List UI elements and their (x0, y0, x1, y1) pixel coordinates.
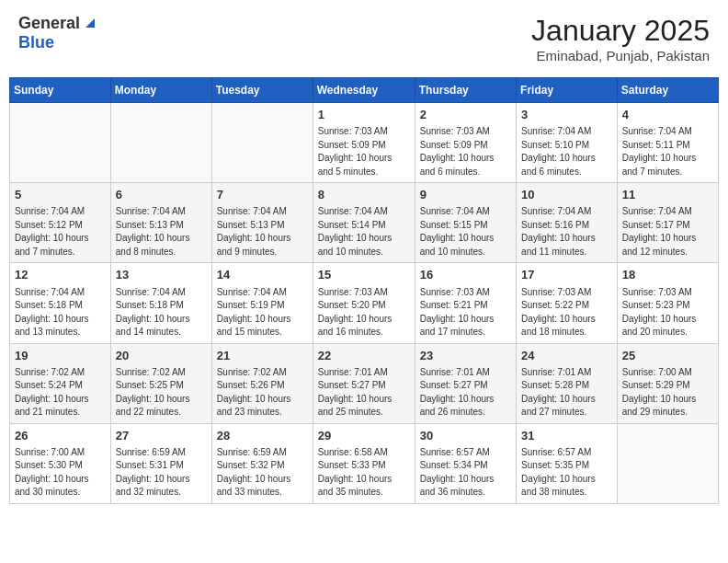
calendar-cell: 3Sunrise: 7:04 AMSunset: 5:10 PMDaylight… (517, 103, 618, 183)
day-info-line: and 8 minutes. (116, 246, 207, 259)
day-info-line: Sunrise: 7:04 AM (15, 205, 106, 219)
day-info-line: Daylight: 10 hours (116, 313, 207, 327)
day-info-line: Sunset: 5:17 PM (622, 219, 713, 233)
day-number: 5 (15, 187, 106, 203)
day-info-line: and 23 minutes. (217, 406, 308, 419)
day-number: 11 (622, 187, 713, 203)
calendar-cell: 28Sunrise: 6:59 AMSunset: 5:32 PMDayligh… (211, 423, 313, 503)
day-info-line: Sunset: 5:10 PM (521, 139, 612, 153)
day-content: Sunrise: 6:59 AMSunset: 5:32 PMDaylight:… (217, 446, 308, 500)
calendar-header-row: SundayMondayTuesdayWednesdayThursdayFrid… (10, 78, 719, 103)
calendar-cell: 17Sunrise: 7:03 AMSunset: 5:22 PMDayligh… (517, 263, 618, 343)
day-info-line: Sunrise: 6:58 AM (318, 446, 410, 460)
day-info-line: Sunset: 5:22 PM (521, 299, 612, 313)
day-info-line: Daylight: 10 hours (116, 232, 207, 246)
day-info-line: and 18 minutes. (521, 326, 612, 339)
day-info-line: Sunset: 5:11 PM (622, 139, 713, 153)
day-info-line: Sunrise: 7:03 AM (318, 286, 410, 300)
day-info-line: and 14 minutes. (116, 326, 207, 339)
calendar-subtitle: Eminabad, Punjab, Pakistan (531, 48, 710, 63)
day-info-line: and 5 minutes. (318, 166, 410, 179)
day-content: Sunrise: 7:04 AMSunset: 5:12 PMDaylight:… (15, 205, 106, 259)
day-info-line: Sunset: 5:19 PM (217, 299, 308, 313)
day-content: Sunrise: 6:58 AMSunset: 5:33 PMDaylight:… (318, 446, 410, 500)
day-info-line: Daylight: 10 hours (217, 313, 308, 327)
day-info-line: Sunrise: 7:04 AM (420, 205, 511, 219)
day-content: Sunrise: 7:02 AMSunset: 5:24 PMDaylight:… (15, 366, 106, 419)
day-number: 3 (521, 107, 612, 123)
calendar-cell: 1Sunrise: 7:03 AMSunset: 5:09 PMDaylight… (313, 103, 415, 183)
day-number: 13 (116, 267, 207, 283)
day-info-line: Sunset: 5:15 PM (420, 219, 511, 233)
calendar-cell: 22Sunrise: 7:01 AMSunset: 5:27 PMDayligh… (313, 343, 415, 423)
calendar-cell: 23Sunrise: 7:01 AMSunset: 5:27 PMDayligh… (415, 343, 516, 423)
calendar-cell: 11Sunrise: 7:04 AMSunset: 5:17 PMDayligh… (617, 183, 718, 263)
day-info-line: Sunrise: 7:04 AM (622, 205, 713, 219)
day-info-line: Sunset: 5:27 PM (420, 379, 511, 393)
day-content: Sunrise: 7:04 AMSunset: 5:16 PMDaylight:… (521, 205, 612, 259)
day-info-line: Sunset: 5:30 PM (15, 459, 106, 473)
calendar-cell: 19Sunrise: 7:02 AMSunset: 5:24 PMDayligh… (10, 343, 111, 423)
day-info-line: Daylight: 10 hours (318, 393, 410, 407)
day-info-line: Daylight: 10 hours (318, 313, 410, 327)
calendar-cell (110, 103, 211, 183)
day-content: Sunrise: 7:04 AMSunset: 5:17 PMDaylight:… (622, 205, 713, 259)
day-info-line: Sunrise: 7:03 AM (420, 125, 511, 139)
day-content: Sunrise: 7:03 AMSunset: 5:21 PMDaylight:… (420, 286, 511, 339)
day-info-line: Sunset: 5:18 PM (116, 299, 207, 313)
day-info-line: and 35 minutes. (318, 486, 410, 500)
day-info-line: Sunrise: 7:03 AM (318, 125, 410, 139)
calendar-cell: 20Sunrise: 7:02 AMSunset: 5:25 PMDayligh… (110, 343, 211, 423)
day-info-line: Sunrise: 7:04 AM (116, 205, 207, 219)
logo: General Blue (18, 14, 97, 52)
calendar-cell: 31Sunrise: 6:57 AMSunset: 5:35 PMDayligh… (517, 423, 618, 503)
day-content: Sunrise: 7:04 AMSunset: 5:11 PMDaylight:… (622, 125, 713, 178)
day-info-line: Sunset: 5:09 PM (420, 139, 511, 153)
day-content: Sunrise: 7:04 AMSunset: 5:10 PMDaylight:… (521, 125, 612, 178)
day-content: Sunrise: 6:59 AMSunset: 5:31 PMDaylight:… (116, 446, 207, 500)
day-info-line: Sunrise: 6:57 AM (420, 446, 511, 460)
page-header: General Blue January 2025 Eminabad, Punj… (9, 9, 719, 68)
day-number: 20 (116, 348, 207, 364)
day-number: 27 (116, 428, 207, 444)
day-info-line: Daylight: 10 hours (420, 313, 511, 327)
day-number: 28 (217, 428, 308, 444)
day-info-line: and 7 minutes. (15, 246, 106, 259)
day-info-line: Daylight: 10 hours (15, 393, 106, 407)
day-info-line: Sunset: 5:09 PM (318, 139, 410, 153)
calendar-cell: 16Sunrise: 7:03 AMSunset: 5:21 PMDayligh… (415, 263, 516, 343)
day-info-line: Daylight: 10 hours (15, 232, 106, 246)
day-info-line: Sunrise: 7:04 AM (15, 286, 106, 300)
day-info-line: Sunset: 5:12 PM (15, 219, 106, 233)
calendar-cell: 15Sunrise: 7:03 AMSunset: 5:20 PMDayligh… (313, 263, 415, 343)
day-info-line: Sunset: 5:26 PM (217, 379, 308, 393)
day-info-line: Sunset: 5:27 PM (318, 379, 410, 393)
calendar-week-1: 1Sunrise: 7:03 AMSunset: 5:09 PMDaylight… (10, 103, 719, 183)
calendar-cell: 26Sunrise: 7:00 AMSunset: 5:30 PMDayligh… (10, 423, 111, 503)
day-number: 18 (622, 267, 713, 283)
calendar-cell: 12Sunrise: 7:04 AMSunset: 5:18 PMDayligh… (10, 263, 111, 343)
day-info-line: Sunrise: 7:00 AM (15, 446, 106, 460)
calendar-cell: 9Sunrise: 7:04 AMSunset: 5:15 PMDaylight… (415, 183, 516, 263)
day-content: Sunrise: 6:57 AMSunset: 5:34 PMDaylight:… (420, 446, 511, 500)
day-number: 31 (521, 428, 612, 444)
day-info-line: and 13 minutes. (15, 326, 106, 339)
day-info-line: Daylight: 10 hours (622, 313, 713, 327)
calendar-cell: 10Sunrise: 7:04 AMSunset: 5:16 PMDayligh… (517, 183, 618, 263)
day-content: Sunrise: 7:04 AMSunset: 5:18 PMDaylight:… (116, 286, 207, 339)
day-info-line: and 15 minutes. (217, 326, 308, 339)
day-number: 8 (318, 187, 410, 203)
day-content: Sunrise: 7:02 AMSunset: 5:26 PMDaylight:… (217, 366, 308, 419)
day-info-line: Daylight: 10 hours (622, 152, 713, 166)
header-monday: Monday (110, 78, 211, 103)
day-number: 29 (318, 428, 410, 444)
calendar-week-4: 19Sunrise: 7:02 AMSunset: 5:24 PMDayligh… (10, 343, 719, 423)
day-info-line: Daylight: 10 hours (116, 473, 207, 487)
calendar-table: SundayMondayTuesdayWednesdayThursdayFrid… (9, 77, 719, 504)
day-info-line: Sunrise: 6:57 AM (521, 446, 612, 460)
day-info-line: and 20 minutes. (622, 326, 713, 339)
day-number: 9 (420, 187, 511, 203)
day-info-line: Sunrise: 7:02 AM (116, 366, 207, 380)
calendar-cell: 5Sunrise: 7:04 AMSunset: 5:12 PMDaylight… (10, 183, 111, 263)
day-content: Sunrise: 7:04 AMSunset: 5:13 PMDaylight:… (116, 205, 207, 259)
